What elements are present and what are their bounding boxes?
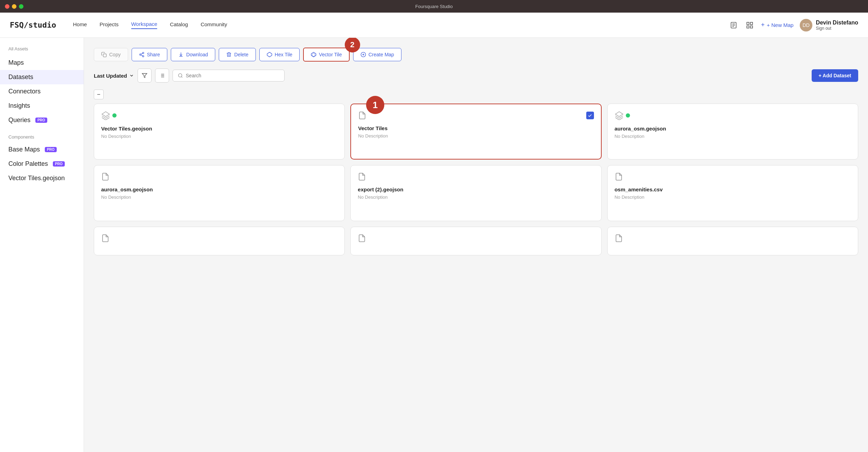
sidebar-item-connectors[interactable]: Connectors: [0, 84, 84, 99]
svg-marker-16: [312, 54, 315, 57]
color-palettes-pro-badge: PRO: [53, 161, 65, 167]
doc-icon-7: [101, 234, 110, 242]
card-icon-left-6: [615, 172, 623, 181]
grid-icon[interactable]: [745, 20, 755, 30]
sidebar-queries-label: Queries: [8, 116, 30, 124]
card-title-6: osm_amenities.csv: [615, 186, 851, 192]
search-bar: [173, 70, 285, 82]
card-check-2: [586, 112, 594, 119]
filter-button[interactable]: [138, 69, 152, 83]
card-badge-3: [626, 113, 630, 118]
doc-icon-5: [358, 172, 366, 181]
svg-rect-7: [750, 26, 752, 28]
filter-bar: Last Updated: [94, 69, 858, 83]
layers-icon-3: [615, 111, 624, 120]
card-desc-5: No Description: [358, 195, 594, 200]
sidebar-item-maps[interactable]: Maps: [0, 56, 84, 70]
hex-tile-button[interactable]: Hex Tile: [259, 48, 300, 61]
share-label: Share: [147, 52, 160, 57]
dataset-card-9[interactable]: [607, 227, 858, 255]
window-title: Foursquare Studio: [415, 4, 453, 9]
sidebar-item-vector-tiles[interactable]: Vector Tiles.geojson: [0, 171, 84, 185]
list-view-button[interactable]: [155, 69, 169, 83]
new-map-button[interactable]: + + New Map: [761, 21, 793, 29]
dataset-card-6[interactable]: osm_amenities.csv No Description: [607, 165, 858, 221]
new-map-icon: +: [761, 21, 765, 29]
dataset-card-3[interactable]: aurora_osm.geojson No Description: [607, 104, 858, 160]
dataset-card-2[interactable]: Vector Tiles No Description: [350, 104, 601, 160]
sidebar-item-color-palettes[interactable]: Color Palettes PRO: [0, 157, 84, 171]
svg-marker-18: [142, 73, 147, 78]
last-updated-button[interactable]: Last Updated: [94, 73, 134, 79]
nav-community[interactable]: Community: [201, 21, 227, 29]
svg-rect-8: [103, 54, 106, 57]
doc-icon-2: [358, 111, 366, 120]
titlebar: Foursquare Studio: [0, 0, 868, 13]
vector-tile-label: Vector Tile: [319, 52, 342, 57]
download-button[interactable]: Download: [171, 48, 215, 61]
queries-pro-badge: PRO: [35, 118, 47, 123]
svg-rect-5: [750, 22, 752, 24]
user-details: Devin Distefano Sign out: [816, 20, 858, 31]
sidebar-section-title: All Assets: [0, 46, 84, 56]
card-badge-1: [112, 113, 117, 118]
card-desc-6: No Description: [615, 195, 851, 200]
dataset-card-4[interactable]: aurora_osm.geojson No Description: [94, 165, 345, 221]
share-button[interactable]: Share: [132, 48, 167, 61]
nav-catalog[interactable]: Catalog: [170, 21, 188, 29]
search-input[interactable]: [186, 73, 279, 78]
dataset-card-7[interactable]: [94, 227, 345, 255]
svg-marker-28: [102, 112, 110, 116]
sidebar-datasets-label: Datasets: [8, 73, 33, 81]
copy-button[interactable]: Copy: [94, 48, 128, 61]
card-icon-left-4: [101, 172, 110, 181]
card-icon-row-9: [615, 234, 851, 242]
hex-tile-label: Hex Tile: [275, 52, 293, 57]
step-1-bubble: 1: [366, 96, 384, 114]
close-button[interactable]: [5, 4, 9, 9]
svg-marker-29: [615, 112, 623, 116]
new-map-label: + New Map: [767, 22, 793, 28]
card-icon-row-1: [101, 111, 337, 120]
sidebar-base-maps-label: Base Maps: [8, 146, 40, 153]
sidebar-item-insights[interactable]: Insights: [0, 99, 84, 113]
card-icon-row-5: [358, 172, 594, 181]
card-icon-row-6: [615, 172, 851, 181]
svg-point-11: [142, 56, 144, 57]
card-desc-2: No Description: [358, 133, 594, 139]
chevron-down-icon: [129, 73, 134, 78]
base-maps-pro-badge: PRO: [45, 147, 57, 152]
sign-out-link[interactable]: Sign out: [816, 26, 858, 31]
vector-tile-button[interactable]: Vector Tile: [303, 48, 349, 62]
vector-tile-icon: [311, 52, 316, 57]
card-desc-4: No Description: [101, 195, 337, 200]
delete-button[interactable]: Delete: [219, 48, 255, 61]
maximize-button[interactable]: [19, 4, 23, 9]
content: All Assets Maps Datasets Connectors Insi…: [0, 38, 868, 452]
sidebar-item-base-maps[interactable]: Base Maps PRO: [0, 142, 84, 157]
step-1-label: 1: [373, 100, 378, 111]
nav-workspace[interactable]: Workspace: [131, 21, 158, 29]
add-dataset-button[interactable]: + Add Dataset: [812, 69, 858, 82]
dataset-card-8[interactable]: [350, 227, 601, 255]
dataset-card-1[interactable]: Vector Tiles.geojson No Description: [94, 104, 345, 160]
create-map-icon: [360, 52, 366, 57]
sidebar-item-queries[interactable]: Queries PRO: [0, 113, 84, 127]
svg-line-26: [181, 77, 182, 78]
nav-projects[interactable]: Projects: [99, 21, 118, 29]
doc-icon-8: [358, 234, 366, 242]
dataset-card-5[interactable]: export (2).geojson No Description: [350, 165, 601, 221]
filter-icon: [142, 73, 147, 78]
sidebar: All Assets Maps Datasets Connectors Insi…: [0, 38, 84, 452]
download-icon: [178, 52, 184, 57]
document-icon[interactable]: [729, 20, 738, 30]
svg-line-12: [141, 55, 142, 56]
sidebar-item-datasets[interactable]: Datasets: [0, 70, 84, 84]
minimize-button[interactable]: [12, 4, 16, 9]
card-title-4: aurora_osm.geojson: [101, 186, 337, 192]
hex-tile-icon: [267, 52, 272, 57]
collapse-button[interactable]: [94, 90, 104, 99]
create-map-button[interactable]: Create Map: [353, 48, 401, 61]
nav-home[interactable]: Home: [73, 21, 87, 29]
card-title-1: Vector Tiles.geojson: [101, 126, 337, 132]
